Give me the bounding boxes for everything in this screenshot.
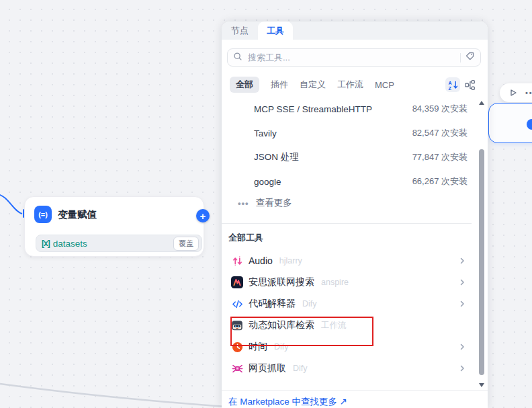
tool-provider: Dify [293,364,308,373]
plugin-installs: 66,267 次安装 [412,175,468,188]
tool-row-dynamic-kb-retrieval[interactable]: 动态知识库检索工作流 [222,315,472,336]
popular-list: MCP SSE / StreamableHTTP84,359 次安装Tavily… [222,97,472,194]
more-dots-icon[interactable]: ••• [525,89,532,97]
ellipsis-icon: ••• [238,198,249,208]
plugin-name: google [254,177,281,187]
tools-panel: 节点工具 全部插件自定义工作流MCP AZ MCP SSE / Streamab… [222,22,488,408]
add-next-node-button[interactable]: + [196,209,210,222]
footer-divider [222,390,488,391]
tool-row-time[interactable]: 时间Dify [222,336,472,358]
node-title: 变量赋值 [58,208,97,221]
filter-row: 全部插件自定义工作流MCP AZ [230,76,478,93]
marketplace-link[interactable]: 在 Marketplace 中查找更多 ↗ [228,396,347,408]
audio-icon [231,255,243,267]
filter-mcp[interactable]: MCP [375,80,394,90]
variable-assigner-icon: (=) [34,206,52,223]
plugin-row[interactable]: google66,267 次安装 [222,169,472,194]
tool-row-web-scraper[interactable]: 网页抓取Dify [222,358,472,379]
tool-name: 代码解释器 [249,298,296,310]
spider-icon [231,362,243,374]
search-icon [233,52,242,64]
tool-provider: anspire [321,278,349,287]
all-tools-title: 全部工具 [222,232,472,244]
selected-node-partial[interactable] [488,103,532,143]
search-input[interactable] [247,52,456,63]
node-mini-toolbar: ••• [500,83,532,102]
node-connector-handle[interactable] [527,119,532,130]
search-box[interactable] [227,48,481,67]
see-more-button[interactable]: ••• 查看更多 [222,194,472,212]
tool-row-audio[interactable]: Audiohjlarry [222,250,472,272]
plugin-name: MCP SSE / StreamableHTTP [254,104,372,114]
chevron-right-icon [458,364,466,372]
svg-text:Z: Z [448,85,451,90]
section-divider [222,223,472,224]
chevron-right-icon [458,343,466,351]
tool-row-code-interpreter[interactable]: 代码解释器Dify [222,293,472,315]
assigned-variable-row[interactable]: [x] datasets 覆盖 [36,235,202,252]
clock-icon [231,341,243,353]
plugin-installs: 84,359 次安装 [412,103,468,115]
chevron-right-icon [458,300,466,308]
search-divider [460,53,461,63]
scroll-down-arrow[interactable] [479,383,484,387]
scrollbar-thumb[interactable] [479,149,484,375]
tool-name: 网页抓取 [249,362,286,374]
filter-custom[interactable]: 自定义 [300,79,326,91]
chevron-right-icon [458,278,466,286]
tool-name: 动态知识库检索 [249,319,314,331]
see-more-label: 查看更多 [256,197,292,209]
tool-provider: Dify [302,299,317,309]
filter-workflow[interactable]: 工作流 [337,79,363,91]
plugin-row[interactable]: MCP SSE / StreamableHTTP84,359 次安装 [222,97,472,121]
chevron-right-icon [458,257,466,265]
tool-provider: 工作流 [321,320,347,331]
plugin-row[interactable]: Tavily82,547 次安装 [222,121,472,145]
scrollbar [478,99,485,389]
tool-provider: Dify [274,342,289,352]
plugin-name: JSON 处理 [254,151,299,163]
tool-name: 时间 [249,341,267,353]
plugin-row[interactable]: JSON 处理77,847 次安装 [222,145,472,169]
scroll-up-arrow[interactable] [479,101,484,105]
variable-assigner-node[interactable]: (=) 变量赋值 + [x] datasets 覆盖 [24,196,204,257]
variable-icon: [x] [42,239,50,248]
robot-icon [231,319,243,331]
code-icon [231,298,243,310]
tools-list: Audiohjlarry安思派联网搜索anspire代码解释器Dify动态知识库… [222,250,472,379]
anspire-icon [231,276,243,288]
svg-text:A: A [448,80,451,85]
plugin-installs: 77,847 次安装 [412,151,468,163]
tool-name: 安思派联网搜索 [249,276,314,288]
plugin-installs: 82,547 次安装 [412,127,468,139]
tab-tools[interactable]: 工具 [258,22,293,40]
tool-name: Audio [249,255,273,266]
tab-nodes[interactable]: 节点 [230,22,250,40]
filter-all[interactable]: 全部 [230,77,259,93]
panel-tabs: 节点工具 [222,22,488,40]
variable-name: datasets [53,239,87,249]
plugin-name: Tavily [254,128,277,138]
tool-row-anspire-search[interactable]: 安思派联网搜索anspire [222,272,472,293]
sort-az-icon[interactable]: AZ [445,77,460,92]
filter-chips: 全部插件自定义工作流MCP [230,77,394,93]
overwrite-badge: 覆盖 [173,237,199,251]
tag-filter-icon[interactable] [465,51,475,64]
tool-provider: hjlarry [279,256,302,266]
tree-view-icon[interactable] [462,77,477,92]
play-icon[interactable] [507,87,519,99]
filter-plugins[interactable]: 插件 [271,79,288,91]
